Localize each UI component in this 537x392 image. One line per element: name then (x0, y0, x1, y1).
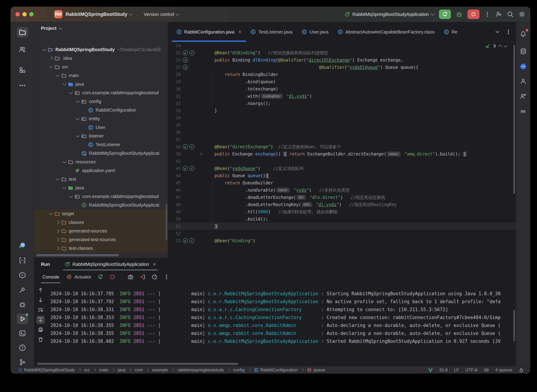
tree-item-classes[interactable]: classes (34, 218, 168, 227)
tree-item-java[interactable]: java (34, 183, 168, 192)
problems-icon[interactable] (17, 342, 28, 353)
arrow-down-icon[interactable] (37, 296, 45, 304)
tree-item-rabbitmqspringbootstudyapplicat[interactable]: RabbitMqSpringBootStudyApplicat (34, 149, 168, 158)
tree-item-rabbitmqspringbootstudyapplicat[interactable]: RabbitMqSpringBootStudyApplicat (34, 201, 168, 209)
print-icon[interactable] (37, 326, 45, 334)
tab-testlistener-java[interactable]: TestListener.java (246, 22, 297, 42)
tree-vertical-scrollbar[interactable] (166, 204, 167, 241)
tree-item-test[interactable]: test (34, 175, 168, 183)
bean-ok-gutter-icon[interactable]: ✓ (189, 238, 195, 243)
tree-item-listener[interactable]: listener (34, 132, 168, 140)
person-chat-icon[interactable] (518, 91, 528, 101)
tree-item-config[interactable]: config (34, 97, 168, 106)
chevron-right-icon[interactable] (56, 238, 59, 242)
softwrap-icon[interactable] (37, 306, 45, 314)
debug-bug-icon[interactable] (17, 299, 28, 310)
chevron-down-icon[interactable] (56, 73, 59, 77)
file-encoding[interactable]: UTF-8 (465, 368, 477, 373)
indent-setting[interactable]: 4 spaces (495, 368, 512, 373)
export-icon[interactable] (140, 274, 146, 280)
vcheck-icon[interactable] (428, 367, 433, 373)
tree-item-testlistener[interactable]: TestListener (34, 140, 168, 149)
bean-ok-gutter-icon[interactable]: ✓ (189, 166, 195, 171)
chevron-down-icon[interactable] (42, 47, 46, 51)
tree-item-test-classes[interactable]: test-classes (34, 244, 168, 252)
run-tab[interactable]: RabbitMqSpringBootStudyApplication × (63, 258, 158, 270)
chevron-down-icon[interactable] (49, 211, 52, 215)
kebab-icon[interactable] (505, 29, 511, 35)
breadcrumb-item-example[interactable]: example (152, 368, 168, 373)
tree-item-entity[interactable]: entity (34, 114, 168, 123)
debug-button[interactable] (456, 11, 463, 18)
inspections-widget[interactable]: 9 (485, 43, 507, 49)
prev-problem-icon[interactable] (498, 45, 502, 48)
breadcrumb-item-main[interactable]: main (99, 368, 108, 373)
tree-item-rabbitmqspringbootstudy[interactable]: RabbitMQSpringBootStudy~/Desktop/CS/Java… (34, 45, 168, 54)
breadcrumb-item-com[interactable]: com (135, 368, 143, 373)
breadcrumb-item-rabbitmqspringbootstudy[interactable]: RabbitMQSpringBootStudy (18, 368, 75, 373)
project-folder-icon[interactable] (17, 27, 28, 37)
camera-icon[interactable] (128, 274, 133, 280)
editor-scrollbar[interactable] (513, 45, 515, 194)
run-configuration-select[interactable]: RabbitMqSpringBootStudyApplication (345, 12, 434, 17)
profile-icon[interactable] (518, 76, 528, 86)
tab-actuator[interactable]: Actuator (67, 274, 91, 280)
zoom-window-button[interactable] (29, 12, 33, 16)
fold-chevron-icon[interactable] (199, 152, 204, 156)
people-help-icon[interactable] (17, 44, 28, 55)
chevron-right-icon[interactable] (56, 229, 59, 233)
close-icon[interactable]: × (238, 29, 242, 35)
database-icon[interactable] (518, 46, 528, 56)
bean-ok-gutter-icon[interactable]: ✓ (189, 144, 195, 149)
tree-item-main[interactable]: main (34, 71, 168, 80)
tree-item-application-yaml[interactable]: application.yaml (34, 166, 168, 175)
console-log[interactable]: 2024-10-10 16:16:37.785 INFO 2851 --- [ … (47, 283, 516, 366)
breadcrumb-item-config[interactable]: config (233, 368, 244, 373)
add-user-icon[interactable] (495, 11, 502, 18)
chevron-down-icon[interactable] (494, 29, 500, 35)
chevron-down-icon[interactable] (76, 116, 79, 120)
minimize-window-button[interactable] (22, 12, 27, 16)
chevron-down-icon[interactable] (76, 134, 79, 137)
ai-plugin-icon[interactable] (17, 240, 28, 251)
notifications-icon[interactable] (518, 29, 528, 39)
bean-gutter-icon[interactable]: ↙ (183, 50, 188, 55)
git-branch-icon[interactable] (17, 357, 28, 368)
bean-gutter-icon[interactable]: ↙ (183, 144, 188, 149)
bookmarks-icon[interactable] (17, 255, 28, 266)
chevron-down-icon[interactable] (56, 177, 59, 181)
tab-user-java[interactable]: User.java (297, 22, 333, 42)
tree-item-user[interactable]: User (34, 123, 168, 132)
project-panel-header[interactable]: Project (34, 22, 168, 34)
kebab-icon[interactable] (164, 274, 170, 280)
commit-icon[interactable] (17, 65, 28, 75)
clear-icon[interactable] (37, 336, 45, 344)
chevron-down-icon[interactable] (62, 159, 66, 163)
tree-item-rabbitconfiguration[interactable]: RabbitConfiguration (34, 106, 168, 114)
chevron-right-icon[interactable] (49, 56, 52, 60)
version-control-menu[interactable]: Version control (144, 12, 174, 17)
search-icon[interactable] (507, 11, 514, 18)
maven-icon[interactable] (518, 106, 528, 116)
tree-item-generated-sources[interactable]: generated-sources (34, 227, 168, 235)
tree-horizontal-scrollbar[interactable] (36, 254, 119, 256)
tree-item-src[interactable]: src (34, 63, 168, 71)
run-play-icon[interactable] (17, 313, 28, 324)
breadcrumb-item-rabbitmqspringbootstudy[interactable]: rabbitmqspringbootstudy (177, 368, 224, 373)
autowired-gutter-icon[interactable]: ↘ (183, 57, 188, 63)
chevron-down-icon[interactable] (69, 194, 73, 198)
tab-rabbitconfiguration-java[interactable]: RabbitConfiguration.java× (172, 22, 246, 42)
lock-icon[interactable] (519, 367, 524, 373)
run-anything-icon[interactable] (17, 270, 28, 280)
breadcrumb-item-src[interactable]: src (84, 368, 90, 373)
close-icon[interactable]: × (153, 261, 156, 267)
tab-console[interactable]: Console (41, 271, 61, 283)
line-separator[interactable]: LF (454, 368, 459, 373)
project-name-menu[interactable]: RabbitMQSpringBootStudy (66, 12, 127, 17)
ai-chat-icon[interactable] (518, 61, 528, 71)
next-problem-icon[interactable] (504, 44, 507, 47)
chevron-down-icon[interactable] (49, 65, 52, 68)
arrow-up-icon[interactable] (37, 286, 45, 294)
tree-item-java[interactable]: java (34, 80, 168, 89)
bean-gutter-icon[interactable]: ↙ (183, 238, 188, 243)
